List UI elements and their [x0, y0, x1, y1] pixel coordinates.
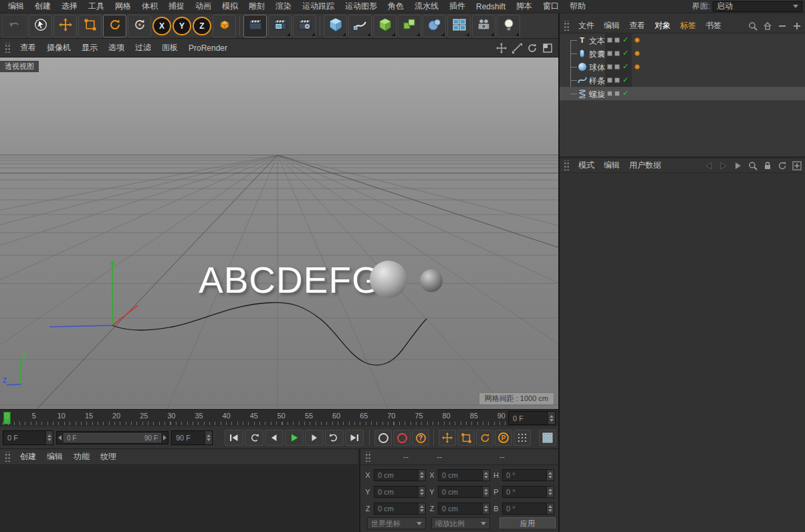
om-menu-objects[interactable]: 对象	[650, 19, 675, 32]
previous-frame-button[interactable]	[265, 430, 283, 446]
object-name[interactable]: 样条	[589, 76, 605, 87]
view-menu-cameras[interactable]: 摄像机	[41, 41, 76, 54]
axis-y-lock-button[interactable]: Y	[172, 17, 191, 35]
view-menu-display[interactable]: 显示	[76, 41, 103, 54]
play-forwards-button[interactable]	[325, 430, 344, 446]
home-icon[interactable]	[762, 20, 774, 32]
menu-item-script[interactable]: 脚本	[511, 0, 538, 13]
stepper-control[interactable]	[418, 503, 425, 514]
mat-menu-create[interactable]: 创建	[15, 450, 41, 463]
stepper-control[interactable]	[546, 487, 554, 497]
light-button[interactable]	[497, 15, 520, 37]
key-rotation-toggle[interactable]	[476, 430, 493, 446]
interface-dropdown[interactable]: 启动	[713, 1, 802, 12]
range-right-arrow-icon[interactable]	[163, 435, 166, 440]
keying-settings-button[interactable]	[539, 430, 556, 446]
play-button[interactable]	[285, 430, 304, 446]
object-row-text[interactable]: T 文本 ✓	[560, 33, 805, 47]
am-menu-userdata[interactable]: 用户数据	[624, 159, 666, 172]
am-menu-mode[interactable]: 模式	[574, 159, 599, 172]
rot-h-field[interactable]: 0 °	[502, 469, 554, 481]
collapse-icon[interactable]	[776, 20, 788, 32]
enabled-check-icon[interactable]: ✓	[622, 62, 628, 71]
preview-range-slider[interactable]: 0 F 90 F	[56, 431, 168, 444]
mograph-cloner-button[interactable]	[447, 15, 471, 37]
view-menu-panel[interactable]: 面板	[156, 41, 183, 54]
key-pla-toggle[interactable]	[513, 430, 531, 446]
menu-item-sculpt[interactable]: 雕刻	[243, 0, 270, 13]
record-keyframe-button[interactable]	[374, 430, 392, 446]
object-name[interactable]: 胶囊	[589, 49, 605, 60]
goto-end-button[interactable]	[345, 430, 364, 446]
render-visibility-toggle[interactable]	[614, 64, 620, 70]
menu-item-snap[interactable]: 捕捉	[163, 0, 190, 13]
menu-item-help[interactable]: 帮助	[564, 0, 591, 13]
render-visibility-toggle[interactable]	[614, 78, 620, 83]
subdivision-surface-button[interactable]	[373, 15, 396, 37]
stepper-control[interactable]	[418, 470, 425, 481]
current-frame-field[interactable]: 0 F	[3, 430, 53, 445]
mat-menu-texture[interactable]: 纹理	[95, 450, 122, 463]
menu-item-animate[interactable]: 动画	[190, 0, 217, 13]
nav-back-icon[interactable]	[703, 160, 715, 172]
undo-button[interactable]	[2, 15, 27, 37]
render-view-button[interactable]	[243, 15, 267, 37]
pos-z-field[interactable]: 0 cm	[374, 503, 426, 515]
phong-tag-icon[interactable]	[635, 37, 640, 43]
volume-generator-button[interactable]	[423, 15, 446, 37]
menu-item-redshift[interactable]: Redshift	[471, 1, 511, 12]
stepper-control[interactable]	[418, 487, 425, 497]
view-menu-view[interactable]: 查看	[15, 41, 41, 54]
scale-tool[interactable]	[78, 15, 102, 37]
rotate-view-icon[interactable]	[526, 41, 539, 55]
enabled-check-icon[interactable]: ✓	[622, 89, 628, 98]
panel-grip-icon[interactable]	[364, 452, 370, 462]
render-visibility-toggle[interactable]	[614, 51, 620, 56]
editor-visibility-toggle[interactable]	[607, 37, 612, 43]
view-menu-prorender[interactable]: ProRender	[183, 43, 233, 53]
axis-z-lock-button[interactable]: Z	[193, 17, 211, 35]
menu-item-motion-tracker[interactable]: 运动跟踪	[297, 0, 340, 13]
phong-tag-icon[interactable]	[635, 51, 640, 56]
lock-icon[interactable]	[762, 160, 774, 172]
menu-item-plugins[interactable]: 插件	[444, 0, 471, 13]
stepper-control[interactable]	[205, 431, 212, 444]
size-z-field[interactable]: 0 cm	[438, 503, 490, 515]
autokey-button[interactable]	[393, 430, 411, 446]
pos-x-field[interactable]: 0 cm	[374, 469, 426, 481]
primitive-cube-button[interactable]	[324, 15, 347, 37]
stepper-control[interactable]	[546, 503, 554, 514]
search-icon[interactable]	[747, 20, 759, 32]
enabled-check-icon[interactable]: ✓	[622, 35, 628, 44]
object-row-helix[interactable]: 螺旋 ✓	[560, 87, 805, 100]
coordinate-system-button[interactable]	[213, 15, 236, 37]
editor-visibility-toggle[interactable]	[607, 78, 612, 83]
render-settings-button[interactable]	[293, 15, 316, 37]
stepper-control[interactable]	[482, 503, 489, 514]
last-tool-button[interactable]	[128, 15, 151, 37]
array-generator-button[interactable]	[398, 15, 421, 37]
viewport-label[interactable]: 透视视图	[0, 61, 39, 72]
menu-item-create[interactable]: 创建	[29, 0, 56, 13]
menu-item-pipeline[interactable]: 流水线	[409, 0, 444, 13]
axis-x-lock-button[interactable]: X	[152, 17, 171, 35]
filter-icon[interactable]	[732, 160, 744, 172]
panel-grip-icon[interactable]	[4, 43, 10, 53]
enabled-check-icon[interactable]: ✓	[622, 49, 628, 57]
camera-button[interactable]	[472, 15, 495, 37]
size-x-field[interactable]: 0 cm	[438, 469, 490, 481]
search-icon[interactable]	[747, 160, 759, 172]
menu-item-window[interactable]: 窗口	[538, 0, 564, 13]
text-object[interactable]: ABCDEFG	[199, 259, 381, 301]
om-menu-bookmarks[interactable]: 书签	[701, 19, 726, 32]
scale-mode-dropdown[interactable]: 缩放比例	[431, 517, 490, 529]
menu-item-simulate[interactable]: 模拟	[217, 0, 243, 13]
menu-item-edit[interactable]: 编辑	[3, 0, 29, 13]
menu-item-render[interactable]: 渲染	[270, 0, 297, 13]
menu-item-tools[interactable]: 工具	[83, 0, 110, 13]
timeline-ruler[interactable]: 0 5 10 15 20 25 30 35 40 45 50 55 60 65 …	[0, 409, 558, 426]
expand-icon[interactable]	[791, 20, 803, 32]
next-frame-button[interactable]	[305, 430, 324, 446]
editor-visibility-toggle[interactable]	[607, 51, 612, 56]
play-backwards-button[interactable]	[245, 430, 263, 446]
